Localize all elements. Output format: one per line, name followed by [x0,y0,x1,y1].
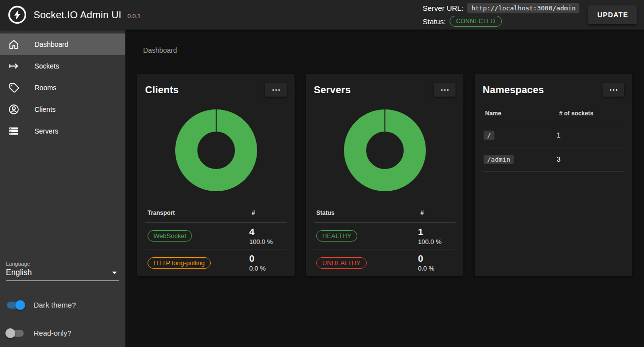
sockets-count: 3 [557,155,624,163]
transport-chip: HTTP long-polling [148,257,211,269]
table-row: WebSocket 4 100.0 % [145,223,287,249]
sidebar-item-rooms[interactable]: Rooms [0,77,125,99]
app-version: 0.0.1 [127,13,141,20]
main-content: Dashboard Clients [125,30,644,347]
breadcrumb: Dashboard [143,46,632,54]
servers-donut-chart [344,109,426,191]
server-url-label: Server URL: [423,4,464,12]
count-value: 1 [418,226,455,238]
dark-theme-toggle[interactable]: Dark theme? [6,301,119,309]
clients-table-header: Transport # [145,203,287,223]
namespace-name-chip: /admin [484,155,514,164]
count-value: 0 [418,253,455,264]
column-header: # [249,209,287,216]
account-circle-icon [8,104,20,115]
table-row: HTTP long-polling 0 0.0 % [145,249,287,276]
language-select-group: Language English [6,261,119,281]
sidebar-item-dashboard[interactable]: Dashboard [0,34,125,55]
clients-card: Clients Transport # [137,74,295,276]
servers-card-title: Servers [314,84,351,96]
sidebar-item-clients[interactable]: Clients [0,99,125,120]
status-chip: HEALTHY [316,230,357,242]
sidebar-item-label: Servers [35,127,58,135]
column-header: # [418,209,455,216]
table-row: UNHEALTHY 0 0.0 % [314,249,455,276]
table-row: HEALTHY 1 100.0 % [314,223,455,249]
tag-icon [8,82,20,94]
read-only-toggle[interactable]: Read-only? [6,329,119,337]
sidebar: Dashboard Sockets Rooms [0,30,125,347]
column-header: # of sockets [557,110,624,117]
dots-icon [272,89,274,91]
socketio-logo-icon [8,5,27,24]
namespaces-more-options-button[interactable] [603,83,624,97]
language-label: Language [6,261,119,267]
clients-more-options-button[interactable] [265,83,287,97]
namespace-name-chip: / [484,131,494,140]
dark-theme-label: Dark theme? [34,301,76,309]
sidebar-item-label: Rooms [35,84,56,92]
count-value: 4 [249,226,287,238]
app-root: Socket.IO Admin UI 0.0.1 Server URL: htt… [0,0,644,347]
storage-icon [8,125,20,137]
column-header: Status [314,209,418,216]
percent-value: 0.0 % [418,264,455,273]
sidebar-item-label: Clients [35,105,56,113]
transport-chip: WebSocket [148,230,192,242]
sidebar-item-sockets[interactable]: Sockets [0,55,125,77]
arrow-right-icon [8,60,20,72]
language-selected-value: English [6,268,32,277]
clients-card-title: Clients [145,84,179,96]
app-title: Socket.IO Admin UI [34,9,121,21]
dots-icon [610,89,611,91]
read-only-label: Read-only? [34,329,72,337]
column-header: Name [483,110,557,117]
namespaces-card-title: Namespaces [483,84,544,96]
status-badge: CONNECTED [450,16,502,27]
read-only-switch-thumb[interactable] [7,330,24,337]
servers-table-header: Status # [314,203,455,223]
sockets-count: 1 [557,131,624,139]
server-info: Server URL: http://localhost:3000/admin … [423,3,580,27]
percent-value: 0.0 % [249,264,287,273]
sidebar-item-label: Dashboard [35,40,69,48]
namespaces-card: Namespaces Name # of sockets / 1 [475,74,632,276]
home-icon [8,38,20,50]
table-row: /admin 3 [483,147,624,172]
chevron-down-icon [112,272,117,274]
update-button[interactable]: UPDATE [588,5,637,24]
top-app-bar: Socket.IO Admin UI 0.0.1 Server URL: htt… [0,0,644,30]
column-header: Transport [145,209,249,216]
dots-icon [441,89,443,91]
servers-more-options-button[interactable] [434,83,455,97]
language-select[interactable]: English [6,267,119,281]
sidebar-item-label: Sockets [35,62,59,70]
percent-value: 100.0 % [418,238,455,246]
clients-donut-chart [175,109,257,191]
sidebar-item-servers[interactable]: Servers [0,120,125,142]
percent-value: 100.0 % [249,238,287,246]
table-row: / 1 [483,123,624,147]
namespaces-table-header: Name # of sockets [483,104,624,123]
servers-card: Servers Status # [306,74,463,276]
status-label: Status: [423,17,446,26]
count-value: 0 [249,253,287,264]
dark-theme-switch-thumb[interactable] [7,302,24,309]
server-url-value: http://localhost:3000/admin [467,3,579,13]
status-chip: UNHEALTHY [316,257,367,269]
